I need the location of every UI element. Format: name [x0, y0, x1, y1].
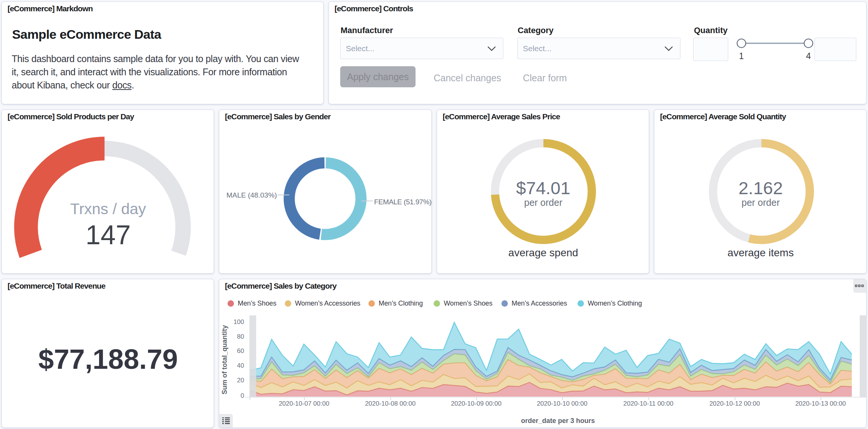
svg-text:1: 1 — [739, 51, 744, 61]
svg-text:4: 4 — [806, 51, 811, 61]
svg-text:order_date per 3 hours: order_date per 3 hours — [521, 417, 595, 424]
